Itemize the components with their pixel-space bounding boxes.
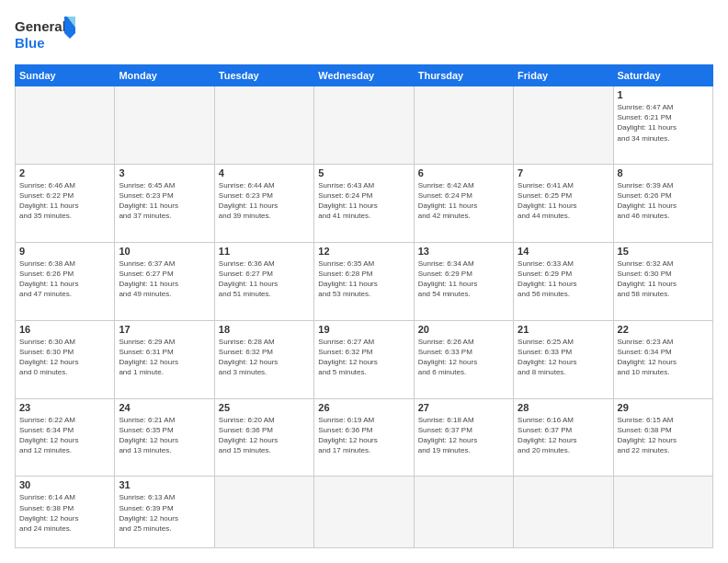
day-number: 30 xyxy=(19,479,110,490)
svg-text:Blue: Blue xyxy=(15,35,45,51)
calendar-cell: 10Sunrise: 6:37 AM Sunset: 6:27 PM Dayli… xyxy=(115,242,214,320)
day-info: Sunrise: 6:21 AM Sunset: 6:35 PM Dayligh… xyxy=(119,415,210,456)
calendar-cell: 3Sunrise: 6:45 AM Sunset: 6:23 PM Daylig… xyxy=(115,164,214,242)
calendar-cell xyxy=(514,477,613,548)
calendar-table: SundayMondayTuesdayWednesdayThursdayFrid… xyxy=(15,64,713,548)
day-info: Sunrise: 6:37 AM Sunset: 6:27 PM Dayligh… xyxy=(119,259,210,300)
day-info: Sunrise: 6:26 AM Sunset: 6:33 PM Dayligh… xyxy=(418,337,509,378)
day-number: 12 xyxy=(318,246,409,257)
day-info: Sunrise: 6:18 AM Sunset: 6:37 PM Dayligh… xyxy=(418,415,509,456)
calendar-cell: 13Sunrise: 6:34 AM Sunset: 6:29 PM Dayli… xyxy=(414,242,513,320)
calendar-cell: 22Sunrise: 6:23 AM Sunset: 6:34 PM Dayli… xyxy=(613,320,712,398)
day-info: Sunrise: 6:15 AM Sunset: 6:38 PM Dayligh… xyxy=(618,415,709,456)
calendar-cell: 29Sunrise: 6:15 AM Sunset: 6:38 PM Dayli… xyxy=(613,398,712,477)
weekday-header-thursday: Thursday xyxy=(414,65,513,86)
day-info: Sunrise: 6:47 AM Sunset: 6:21 PM Dayligh… xyxy=(618,102,709,144)
day-info: Sunrise: 6:28 AM Sunset: 6:32 PM Dayligh… xyxy=(219,337,310,378)
calendar-cell: 15Sunrise: 6:32 AM Sunset: 6:30 PM Dayli… xyxy=(613,242,712,320)
day-info: Sunrise: 6:42 AM Sunset: 6:24 PM Dayligh… xyxy=(418,180,509,222)
day-number: 8 xyxy=(618,167,709,178)
day-number: 27 xyxy=(418,402,509,413)
day-number: 20 xyxy=(418,324,509,335)
weekday-header-saturday: Saturday xyxy=(613,65,712,86)
calendar-cell xyxy=(514,86,613,165)
day-info: Sunrise: 6:29 AM Sunset: 6:31 PM Dayligh… xyxy=(119,337,210,378)
calendar-cell: 24Sunrise: 6:21 AM Sunset: 6:35 PM Dayli… xyxy=(115,398,214,477)
calendar-cell: 9Sunrise: 6:38 AM Sunset: 6:26 PM Daylig… xyxy=(16,242,115,320)
day-info: Sunrise: 6:22 AM Sunset: 6:34 PM Dayligh… xyxy=(19,415,110,456)
day-number: 1 xyxy=(618,89,709,100)
calendar-cell: 26Sunrise: 6:19 AM Sunset: 6:36 PM Dayli… xyxy=(314,398,414,477)
day-info: Sunrise: 6:13 AM Sunset: 6:39 PM Dayligh… xyxy=(119,492,210,534)
day-number: 14 xyxy=(518,246,609,257)
calendar-cell: 1Sunrise: 6:47 AM Sunset: 6:21 PM Daylig… xyxy=(613,86,712,165)
day-number: 3 xyxy=(119,167,210,178)
day-info: Sunrise: 6:23 AM Sunset: 6:34 PM Dayligh… xyxy=(618,337,709,378)
calendar-cell: 11Sunrise: 6:36 AM Sunset: 6:27 PM Dayli… xyxy=(214,242,313,320)
week-row-5: 23Sunrise: 6:22 AM Sunset: 6:34 PM Dayli… xyxy=(16,398,713,477)
day-number: 22 xyxy=(618,324,709,335)
weekday-header-row: SundayMondayTuesdayWednesdayThursdayFrid… xyxy=(16,65,713,86)
day-number: 18 xyxy=(219,324,310,335)
day-number: 15 xyxy=(618,246,709,257)
day-number: 26 xyxy=(318,402,409,413)
calendar-cell: 25Sunrise: 6:20 AM Sunset: 6:36 PM Dayli… xyxy=(214,398,313,477)
day-number: 24 xyxy=(119,402,210,413)
day-info: Sunrise: 6:25 AM Sunset: 6:33 PM Dayligh… xyxy=(518,337,609,378)
day-info: Sunrise: 6:38 AM Sunset: 6:26 PM Dayligh… xyxy=(19,259,110,300)
day-info: Sunrise: 6:39 AM Sunset: 6:26 PM Dayligh… xyxy=(618,180,709,222)
day-number: 16 xyxy=(19,324,110,335)
calendar-cell: 31Sunrise: 6:13 AM Sunset: 6:39 PM Dayli… xyxy=(115,477,214,548)
calendar-cell: 28Sunrise: 6:16 AM Sunset: 6:37 PM Dayli… xyxy=(514,398,613,477)
day-number: 13 xyxy=(418,246,509,257)
weekday-header-tuesday: Tuesday xyxy=(214,65,313,86)
week-row-6: 30Sunrise: 6:14 AM Sunset: 6:38 PM Dayli… xyxy=(16,477,713,548)
day-number: 21 xyxy=(518,324,609,335)
calendar-cell: 18Sunrise: 6:28 AM Sunset: 6:32 PM Dayli… xyxy=(214,320,313,398)
calendar-cell xyxy=(214,477,313,548)
header: General Blue xyxy=(15,15,713,55)
weekday-header-monday: Monday xyxy=(115,65,214,86)
day-info: Sunrise: 6:34 AM Sunset: 6:29 PM Dayligh… xyxy=(418,259,509,300)
day-info: Sunrise: 6:41 AM Sunset: 6:25 PM Dayligh… xyxy=(518,180,609,222)
calendar-cell: 27Sunrise: 6:18 AM Sunset: 6:37 PM Dayli… xyxy=(414,398,513,477)
calendar-cell: 2Sunrise: 6:46 AM Sunset: 6:22 PM Daylig… xyxy=(16,164,115,242)
day-info: Sunrise: 6:43 AM Sunset: 6:24 PM Dayligh… xyxy=(318,180,409,222)
week-row-2: 2Sunrise: 6:46 AM Sunset: 6:22 PM Daylig… xyxy=(16,164,713,242)
calendar-cell xyxy=(314,477,414,548)
calendar-cell: 6Sunrise: 6:42 AM Sunset: 6:24 PM Daylig… xyxy=(414,164,513,242)
calendar-cell xyxy=(115,86,214,165)
day-info: Sunrise: 6:30 AM Sunset: 6:30 PM Dayligh… xyxy=(19,337,110,378)
day-info: Sunrise: 6:33 AM Sunset: 6:29 PM Dayligh… xyxy=(518,259,609,300)
calendar-cell: 12Sunrise: 6:35 AM Sunset: 6:28 PM Dayli… xyxy=(314,242,414,320)
day-info: Sunrise: 6:32 AM Sunset: 6:30 PM Dayligh… xyxy=(618,259,709,300)
calendar-cell xyxy=(414,86,513,165)
calendar-cell: 19Sunrise: 6:27 AM Sunset: 6:32 PM Dayli… xyxy=(314,320,414,398)
logo-svg: General Blue xyxy=(15,15,79,55)
day-info: Sunrise: 6:27 AM Sunset: 6:32 PM Dayligh… xyxy=(318,337,409,378)
day-info: Sunrise: 6:44 AM Sunset: 6:23 PM Dayligh… xyxy=(219,180,310,222)
day-number: 31 xyxy=(119,479,210,490)
svg-text:General: General xyxy=(15,18,66,34)
calendar-cell: 4Sunrise: 6:44 AM Sunset: 6:23 PM Daylig… xyxy=(214,164,313,242)
calendar-cell xyxy=(414,477,513,548)
calendar-cell: 17Sunrise: 6:29 AM Sunset: 6:31 PM Dayli… xyxy=(115,320,214,398)
day-number: 29 xyxy=(618,402,709,413)
calendar-cell: 20Sunrise: 6:26 AM Sunset: 6:33 PM Dayli… xyxy=(414,320,513,398)
calendar-page: General Blue SundayMondayTuesdayWednesda… xyxy=(0,0,728,563)
day-info: Sunrise: 6:46 AM Sunset: 6:22 PM Dayligh… xyxy=(19,180,110,222)
day-number: 2 xyxy=(19,167,110,178)
day-info: Sunrise: 6:20 AM Sunset: 6:36 PM Dayligh… xyxy=(219,415,310,456)
calendar-cell: 5Sunrise: 6:43 AM Sunset: 6:24 PM Daylig… xyxy=(314,164,414,242)
calendar-cell: 30Sunrise: 6:14 AM Sunset: 6:38 PM Dayli… xyxy=(16,477,115,548)
day-number: 28 xyxy=(518,402,609,413)
day-number: 6 xyxy=(418,167,509,178)
week-row-4: 16Sunrise: 6:30 AM Sunset: 6:30 PM Dayli… xyxy=(16,320,713,398)
day-number: 5 xyxy=(318,167,409,178)
calendar-cell xyxy=(214,86,313,165)
calendar-cell: 14Sunrise: 6:33 AM Sunset: 6:29 PM Dayli… xyxy=(514,242,613,320)
day-number: 9 xyxy=(19,246,110,257)
day-info: Sunrise: 6:19 AM Sunset: 6:36 PM Dayligh… xyxy=(318,415,409,456)
calendar-cell: 7Sunrise: 6:41 AM Sunset: 6:25 PM Daylig… xyxy=(514,164,613,242)
calendar-cell xyxy=(16,86,115,165)
